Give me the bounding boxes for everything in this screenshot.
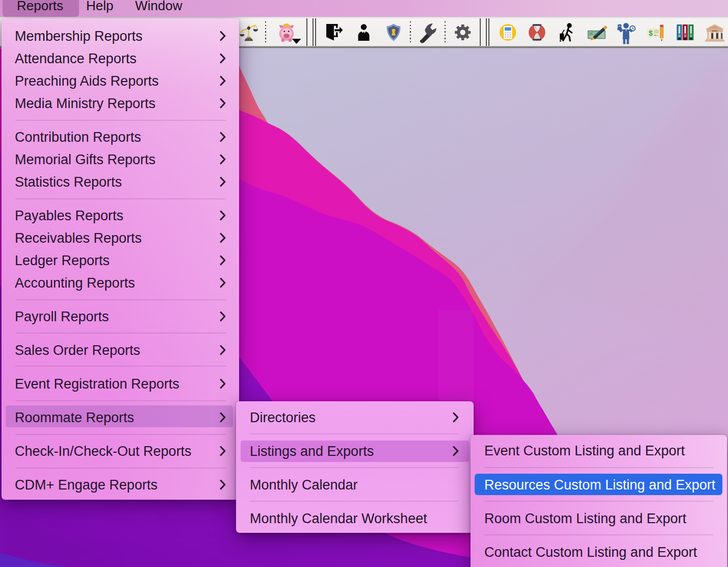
svg-text:BANK: BANK — [712, 30, 718, 32]
svg-text:$: $ — [649, 29, 653, 37]
